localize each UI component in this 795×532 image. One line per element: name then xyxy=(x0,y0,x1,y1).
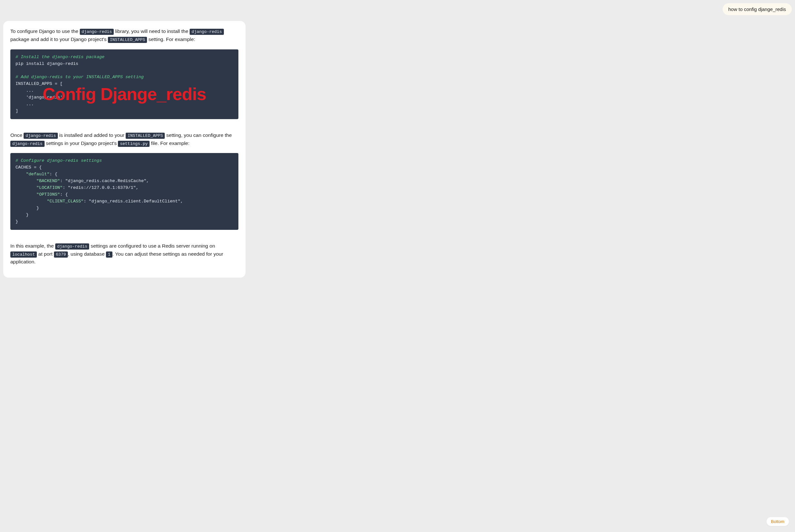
text: setting. For example: xyxy=(147,37,195,42)
code-key: "OPTIONS" xyxy=(37,192,60,197)
paragraph-1: To configure Django to use the django-re… xyxy=(10,27,238,43)
code-inline: 1 xyxy=(106,251,112,258)
code-key: "LOCATION" xyxy=(37,185,63,190)
text: settings in your Django project's xyxy=(44,140,118,146)
code-line: INSTALLED_APPS = [ xyxy=(16,81,63,86)
code-line: ... xyxy=(16,88,34,93)
code-inline: django-redis xyxy=(190,29,224,35)
code-pad xyxy=(16,185,37,190)
code-block-2[interactable]: # Configure django-redis settings CACHES… xyxy=(10,153,238,229)
user-message-text: how to config djange_redis xyxy=(728,6,786,12)
code-line: CACHES = { xyxy=(16,165,42,170)
text: In this example, the xyxy=(10,243,55,249)
bottom-button[interactable]: Bottom xyxy=(766,517,789,526)
assistant-message: To configure Django to use the django-re… xyxy=(3,21,245,278)
code-inline: django-redis xyxy=(23,133,58,139)
code-inline: INSTALLED_APPS xyxy=(126,133,165,139)
code-line: : { xyxy=(60,192,68,197)
code-line: : "django_redis.cache.RedisCache", xyxy=(60,178,149,183)
code-key: "default" xyxy=(26,172,50,176)
code-comment: # Install the django-redis package xyxy=(16,55,104,59)
code-line: : "redis://127.0.0.1:6379/1", xyxy=(63,185,138,190)
code-pad xyxy=(16,172,26,176)
code-inline: django-redis xyxy=(55,243,90,249)
code-line: : "django_redis.client.DefaultClient", xyxy=(84,199,183,204)
code-line: } xyxy=(16,206,39,210)
text: at port xyxy=(37,251,54,256)
code-inline: INSTALLED_APPS xyxy=(108,37,147,43)
code-line: } xyxy=(16,212,29,217)
code-line: : { xyxy=(50,172,57,176)
code-block-2-wrapper: # Configure django-redis settings CACHES… xyxy=(10,153,238,229)
code-pad xyxy=(16,199,47,204)
code-inline: localhost xyxy=(10,251,37,258)
code-line: pip install django-redis xyxy=(16,61,78,66)
user-message: how to config djange_redis xyxy=(723,3,792,15)
code-key: "CLIENT_CLASS" xyxy=(47,199,84,204)
text: file. For example: xyxy=(150,140,189,146)
code-block-1[interactable]: # Install the django-redis package pip i… xyxy=(10,50,238,119)
text: is installed and added to your xyxy=(58,132,126,138)
code-inline: 6379 xyxy=(54,251,68,258)
paragraph-2: Once django-redis is installed and added… xyxy=(10,131,238,148)
code-line: ] xyxy=(16,109,18,113)
paragraph-3: In this example, the django-redis settin… xyxy=(10,242,238,266)
text: setting, you can configure the xyxy=(165,132,232,138)
code-pad xyxy=(16,178,37,183)
code-block-1-wrapper: # Install the django-redis package pip i… xyxy=(10,50,238,119)
code-comment: # Configure django-redis settings xyxy=(16,158,102,163)
code-comment: # Add django-redis to your INSTALLED_APP… xyxy=(16,75,144,79)
text: Once xyxy=(10,132,23,138)
text: package and add it to your Django projec… xyxy=(10,37,108,42)
bottom-button-label: Bottom xyxy=(771,519,784,524)
text: library, you will need to install the xyxy=(114,28,190,34)
code-inline: django-redis xyxy=(10,141,44,147)
code-line: ... xyxy=(16,102,34,107)
text: settings are configured to use a Redis s… xyxy=(89,243,215,249)
code-line: } xyxy=(16,219,18,224)
code-line: 'django_redis', xyxy=(16,95,65,100)
text: , using database xyxy=(68,251,106,256)
code-inline: django-redis xyxy=(80,29,114,35)
code-key: "BACKEND" xyxy=(37,178,60,183)
code-inline: settings.py xyxy=(118,141,150,147)
code-pad xyxy=(16,192,37,197)
text: To configure Django to use the xyxy=(10,28,80,34)
